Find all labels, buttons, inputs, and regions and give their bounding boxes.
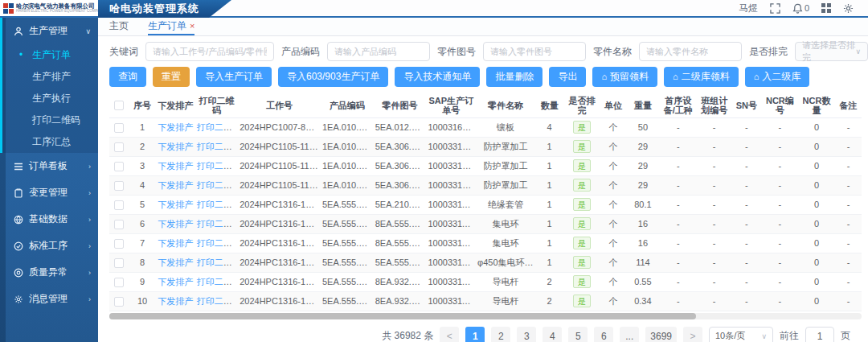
print-qrcode-link[interactable]: 打印二维码 xyxy=(197,200,238,209)
row-checkbox[interactable] xyxy=(114,239,124,249)
select-placeholder: 请选择是否排完 xyxy=(802,39,855,64)
tab-production-order[interactable]: 生产订单 × xyxy=(148,18,194,35)
sidebar-item-process-summary[interactable]: 工序汇总 xyxy=(0,131,98,153)
secondary-warehouse-pick-button[interactable]: ⌂ 二级库领料 xyxy=(664,67,739,87)
part-drawing-no-input[interactable] xyxy=(483,42,586,61)
data-cell: 0 xyxy=(798,175,835,195)
sidebar-item-production-scheduling[interactable]: 生产排产 xyxy=(0,66,98,88)
reset-button[interactable]: 重置 xyxy=(153,67,190,87)
print-qrcode-link[interactable]: 打印二维码 xyxy=(197,180,238,190)
part-name-input[interactable] xyxy=(639,42,742,61)
sidebar-item-print-qrcode[interactable]: 打印二维码 xyxy=(0,109,98,131)
import-603-903-order-button[interactable]: 导入603/903生产订单 xyxy=(278,67,388,87)
notification-icon[interactable]: 0 xyxy=(792,3,809,14)
page-button-1[interactable]: 1 xyxy=(465,327,485,342)
data-cell: 是 xyxy=(563,175,600,195)
dispatch-link[interactable]: 下发排产 xyxy=(158,180,193,190)
row-checkbox[interactable] xyxy=(114,162,124,171)
dispatch-cell: 下发排产 xyxy=(156,156,195,175)
data-cell: 0 xyxy=(798,137,835,156)
import-production-order-button[interactable]: 导入生产订单 xyxy=(196,67,272,87)
sidebar-item-production-execution[interactable]: 生产执行 xyxy=(0,88,98,109)
dispatch-link[interactable]: 下发排产 xyxy=(158,238,193,248)
search-button[interactable]: 查询 xyxy=(109,67,146,87)
prev-page-button[interactable]: < xyxy=(440,327,459,342)
sidebar-group-order-board-header[interactable]: 订单看板 › xyxy=(0,153,98,179)
fullscreen-icon[interactable] xyxy=(770,3,780,14)
notification-count: 0 xyxy=(805,3,809,13)
user-name[interactable]: 马煜 xyxy=(739,2,758,15)
page-button-3[interactable]: 3 xyxy=(517,327,536,342)
schedule-status-select[interactable]: 请选择是否排完 ∨ xyxy=(795,42,868,61)
page-button-3699[interactable]: 3699 xyxy=(645,327,677,342)
sidebar-item-production-order[interactable]: 生产订单 xyxy=(0,44,98,66)
print-qrcode-link[interactable]: 打印二维码 xyxy=(197,296,238,306)
sidebar-group-standard-process-header[interactable]: 标准工序 › xyxy=(0,233,98,259)
sidebar-group-change-mgmt-header[interactable]: 变更管理 › xyxy=(0,179,98,206)
row-checkbox[interactable] xyxy=(114,142,124,152)
schedule-status-label: 是否排完 xyxy=(749,45,788,59)
column-header-6: SAP生产订单号 xyxy=(426,93,476,117)
dispatch-cell: 下发排产 xyxy=(156,195,195,214)
row-checkbox[interactable] xyxy=(114,220,124,229)
page-button-5[interactable]: 5 xyxy=(568,327,588,342)
clipboard-icon xyxy=(14,188,23,198)
select-all-checkbox[interactable] xyxy=(114,101,124,110)
horizontal-scrollbar-thumb[interactable] xyxy=(109,313,696,319)
import-tech-notice-button[interactable]: 导入技术通知单 xyxy=(395,67,480,87)
dispatch-link[interactable]: 下发排产 xyxy=(158,122,193,132)
seq-cell: 4 xyxy=(129,175,156,195)
print-qrcode-link[interactable]: 打印二维码 xyxy=(197,277,238,286)
print-qrcode-cell: 打印二维码 xyxy=(195,117,238,137)
dispatch-link[interactable]: 下发排产 xyxy=(158,161,193,171)
data-cell: 5EA.555.0312 xyxy=(321,214,374,233)
keyword-input[interactable] xyxy=(145,42,274,61)
data-cell: 5EA.555.0312 xyxy=(321,195,374,214)
dispatch-link[interactable]: 下发排产 xyxy=(158,142,193,151)
row-checkbox[interactable] xyxy=(114,181,124,191)
page-button-6[interactable]: 6 xyxy=(594,327,613,342)
sidebar-group-message-mgmt-header[interactable]: 消息管理 › xyxy=(0,286,98,312)
dispatch-cell: 下发排产 xyxy=(156,137,195,156)
product-code-input[interactable] xyxy=(327,42,430,61)
page-size-select[interactable]: 10条/页 ∨ xyxy=(709,327,773,342)
batch-delete-button[interactable]: 批量删除 xyxy=(486,67,542,87)
data-cell: 2024HPC1316-1833-2 xyxy=(238,233,321,253)
next-page-button[interactable]: > xyxy=(683,327,702,342)
row-checkbox[interactable] xyxy=(114,258,124,268)
part-name-label: 零件名称 xyxy=(593,45,632,59)
print-qrcode-link[interactable]: 打印二维码 xyxy=(197,238,238,248)
dispatch-link[interactable]: 下发排产 xyxy=(158,219,193,229)
goto-page-input[interactable] xyxy=(805,327,834,342)
scheduled-tag: 是 xyxy=(573,179,592,192)
tab-close-icon[interactable]: × xyxy=(190,22,194,31)
dispatch-link[interactable]: 下发排产 xyxy=(158,200,193,209)
horizontal-scrollbar[interactable] xyxy=(109,313,862,319)
seq-cell: 9 xyxy=(129,272,156,291)
sidebar-group-quality-exception-header[interactable]: 质量异常 › xyxy=(0,259,98,286)
export-button[interactable]: 导出 xyxy=(549,67,586,87)
print-qrcode-link[interactable]: 打印二维码 xyxy=(197,219,238,229)
dispatch-link[interactable]: 下发排产 xyxy=(158,258,193,267)
print-qrcode-link[interactable]: 打印二维码 xyxy=(197,142,238,151)
row-checkbox[interactable] xyxy=(114,278,124,287)
chevron-right-icon: › xyxy=(88,163,91,171)
row-checkbox[interactable] xyxy=(114,297,124,307)
dispatch-link[interactable]: 下发排产 xyxy=(158,277,193,286)
page-button-2[interactable]: 2 xyxy=(491,327,510,342)
apps-grid-icon[interactable] xyxy=(821,3,831,13)
page-button-4[interactable]: 4 xyxy=(542,327,562,342)
tab-home[interactable]: 主页 xyxy=(109,18,129,35)
dispatch-link[interactable]: 下发排产 xyxy=(158,296,193,306)
row-checkbox[interactable] xyxy=(114,123,124,133)
print-qrcode-link[interactable]: 打印二维码 xyxy=(197,161,238,171)
reserve-material-button[interactable]: ⌂ 预留领料 xyxy=(592,67,657,87)
print-qrcode-link[interactable]: 打印二维码 xyxy=(197,258,238,267)
print-qrcode-link[interactable]: 打印二维码 xyxy=(197,122,238,132)
secondary-warehouse-in-button[interactable]: ⌂ 入二级库 xyxy=(745,67,810,87)
sidebar-group-production-header[interactable]: 生产管理 ∨ xyxy=(0,18,98,44)
settings-gear-icon[interactable] xyxy=(843,3,854,14)
row-checkbox[interactable] xyxy=(114,200,124,210)
sidebar-group-base-data-header[interactable]: 基础数据 › xyxy=(0,206,98,233)
page-ellipsis[interactable]: ... xyxy=(620,327,639,342)
